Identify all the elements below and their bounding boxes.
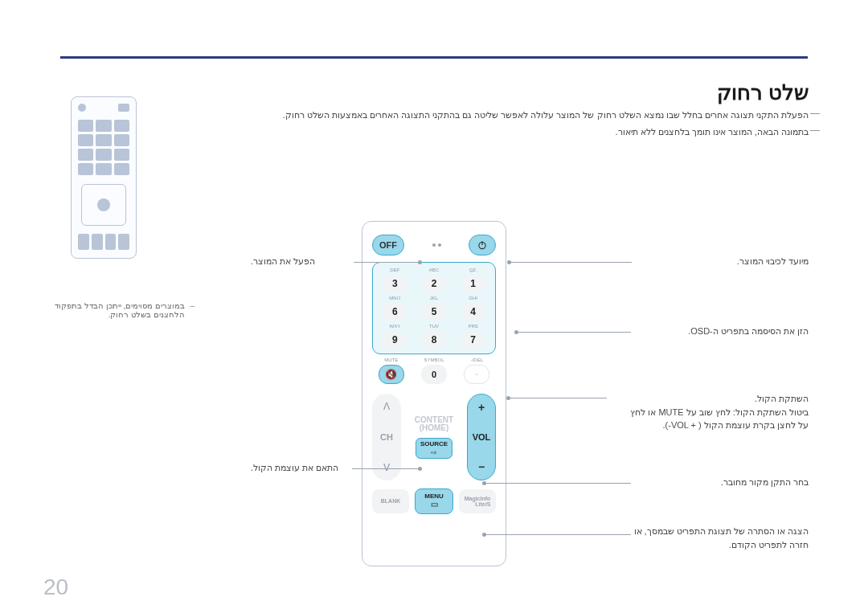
chevron-down-icon: ᐯ <box>383 462 390 473</box>
blank-button: BLANK <box>372 489 409 513</box>
key-legend: WXY <box>378 324 412 330</box>
key-legend: DEF <box>378 268 412 274</box>
ch-label: CH <box>380 432 393 442</box>
bullet-dash: — <box>810 125 820 136</box>
leader-line <box>486 534 631 535</box>
key-legend: JKL <box>417 296 452 302</box>
remote-outline-illustration <box>71 96 137 259</box>
key-legend: ABC <box>417 268 452 274</box>
leader-line <box>354 262 418 263</box>
mute-icon: 🔇 <box>385 369 397 380</box>
manual-page: שלט רחוק — הפעלת התקני תצוגה אחרים בחלל … <box>0 0 868 613</box>
numeric-keypad: .QZ1 ABC2 DEF3 GHI4 JKL5 MNO6 PRS7 TUV8 … <box>372 262 496 354</box>
side-footnote-line1: במוצרים מסוימים, ייתכן הבדל בתפקוד <box>55 301 185 310</box>
key-4: 4 <box>461 303 485 321</box>
del-legend: DEL/- <box>458 358 496 364</box>
channel-rocker: ᐱ CH ᐯ <box>372 394 401 480</box>
power-icon <box>477 239 488 251</box>
leader-line <box>352 468 418 469</box>
key-legend: GHI <box>456 296 490 302</box>
del-key: · <box>464 365 489 384</box>
source-icon: ⇨ <box>431 448 437 456</box>
intro-paragraph-1: הפעלת התקני תצוגה אחרים בחלל שבו נמצא הש… <box>60 108 809 123</box>
callout-mute-line1: השתקת הקול. <box>755 394 809 403</box>
illustration-dot <box>78 104 86 112</box>
key-9: 9 <box>383 331 407 349</box>
side-footnote-line2: הלחצנים בשלט רחוק. <box>108 310 185 319</box>
magicinfo-button: MagicInfo Lite/S <box>459 489 496 513</box>
illustration-rect <box>118 104 129 112</box>
key-3: 3 <box>383 275 407 292</box>
key-legend: MNO <box>378 296 412 302</box>
mute-legend: MUTE <box>372 358 410 364</box>
bullet-dash: — <box>810 108 820 119</box>
callout-mute: השתקת הקול. ביטול השתקת הקול: לחץ שוב על… <box>630 392 809 432</box>
callout-menu: הצגה או הסתרה של תצוגת התפריט שבמסך, או … <box>634 525 809 551</box>
intro-paragraph-2: בתמונה הבאה, המוצר אינו תומך בלחצנים ללא… <box>60 125 809 140</box>
ir-dot <box>432 243 436 247</box>
key-legend: PRS <box>456 324 490 330</box>
menu-button: MENU ▭ <box>415 488 453 514</box>
callout-source: בחר התקן מקור מחובר. <box>721 477 809 488</box>
leader-line <box>510 398 607 398</box>
menu-label: MENU <box>424 493 444 500</box>
mute-button: 🔇 <box>379 365 404 384</box>
callout-mute-line2: ביטול השתקת הקול: לחץ שוב על MUTE או לחץ <box>630 407 809 417</box>
menu-icon: ▭ <box>431 501 438 509</box>
volume-rocker: + VOL − <box>467 394 496 480</box>
key-6: 6 <box>383 303 407 321</box>
callout-power-on: הפעל את המוצר. <box>251 256 315 267</box>
source-label: SOURCE <box>420 440 448 447</box>
source-button: SOURCE ⇨ <box>416 438 452 459</box>
illustration-bottom-strip <box>78 234 129 250</box>
symbol-legend: SYMBOL <box>415 358 452 364</box>
vol-label: VOL <box>473 432 491 442</box>
page-number: 20 <box>43 574 68 600</box>
content-home-label: CONTENT (HOME) <box>415 416 453 433</box>
leader-line <box>518 332 631 333</box>
callout-menu-line2: חזרה לתפריט הקודם. <box>729 540 809 550</box>
illustration-navpad <box>81 184 126 226</box>
callout-mute-line3: על לחצן בקרת עוצמת הקול (VOL + ‎-). <box>663 420 809 430</box>
leader-line <box>486 483 631 484</box>
key-7: 7 <box>461 331 485 349</box>
key-0: 0 <box>421 365 447 384</box>
callout-off: מיועד לכיבוי המוצר. <box>737 256 809 267</box>
ir-dot <box>438 243 441 247</box>
key-2: 2 <box>422 275 446 292</box>
key-legend: .QZ <box>456 268 490 274</box>
vol-down-icon: − <box>478 460 485 473</box>
power-off-button: OFF <box>372 235 404 255</box>
page-title: שלט רחוק <box>717 80 809 105</box>
side-footnote: – במוצרים מסוימים, ייתכן הבדל בתפקוד הלח… <box>48 301 185 319</box>
power-on-button <box>469 235 496 255</box>
key-5: 5 <box>422 303 446 321</box>
key-1: 1 <box>461 275 485 292</box>
leader-line <box>511 262 632 263</box>
callout-numpad: הזן את הסיסמה בתפריט ה-OSD. <box>688 326 809 337</box>
center-column: CONTENT (HOME) SOURCE ⇨ <box>406 394 462 480</box>
key-legend: TUV <box>417 324 452 330</box>
illustration-keygrid <box>78 120 129 176</box>
header-rule <box>60 56 808 59</box>
callout-menu-line1: הצגה או הסתרה של תצוגת התפריט שבמסך, או <box>634 526 809 536</box>
chevron-up-icon: ᐱ <box>383 401 390 412</box>
vol-up-icon: + <box>478 401 485 414</box>
key-8: 8 <box>422 331 446 349</box>
remote-diagram: OFF .QZ1 ABC2 DEF3 GHI4 JKL5 MNO6 PRS7 T… <box>362 221 506 566</box>
callout-volume: התאם את עוצמת הקול. <box>251 463 338 473</box>
